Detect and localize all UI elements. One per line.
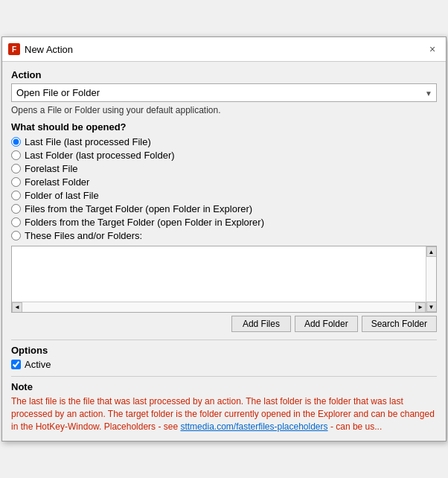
options-section-label: Options [11,345,437,356]
add-files-button[interactable]: Add Files [231,316,291,332]
radio-item-4[interactable]: Forelast Folder [11,176,437,188]
files-folders-textarea[interactable] [12,246,426,302]
dialog-title: New Action [25,44,73,55]
radio-item-5[interactable]: Folder of last File [11,190,437,201]
radio-forelast-file[interactable] [11,164,21,173]
close-button[interactable]: × [425,42,440,57]
title-bar-left: F New Action [8,43,73,55]
action-section-label: Action [11,69,437,80]
scroll-track-h[interactable] [22,302,415,312]
radio-these-files[interactable] [11,231,21,240]
radio-item-6[interactable]: Files from the Target Folder (open Folde… [11,203,437,214]
radio-item-8[interactable]: These Files and/or Folders: [11,230,437,241]
note-link[interactable]: sttmedia.com/fasterfiles-placeholders [180,421,327,432]
dialog-new-action: F New Action × Action Open File or Folde… [1,36,447,441]
what-opened-label: What should be opened? [11,121,437,133]
dialog-content: Action Open File or Folder Run Program C… [2,62,446,440]
radio-forelast-folder[interactable] [11,177,21,187]
scroll-up-arrow[interactable]: ▲ [426,246,437,257]
title-bar: F New Action × [2,37,446,62]
action-buttons-row: Add Files Add Folder Search Folder [11,316,437,332]
radio-label-3: Forelast File [25,163,78,174]
radio-last-file[interactable] [11,137,21,147]
radio-label-8: These Files and/or Folders: [25,230,142,241]
note-section: Note The last file is the file that was … [11,381,437,433]
radio-group: Last File (last processed File) Last Fol… [11,136,437,241]
add-folder-button[interactable]: Add Folder [295,316,358,332]
app-icon: F [8,43,20,55]
note-text-after: - can be us... [328,421,383,432]
vertical-scrollbar[interactable]: ▲ ▼ [426,246,436,312]
scroll-left-arrow[interactable]: ◄ [12,302,22,313]
radio-label-2: Last Folder (last processed Folder) [25,150,175,161]
radio-item-3[interactable]: Forelast File [11,163,437,174]
active-label: Active [25,359,51,370]
divider-1 [11,340,437,340]
options-section: Options Active [11,345,437,370]
radio-last-folder[interactable] [11,150,21,160]
radio-label-5: Folder of last File [25,190,99,201]
horizontal-scrollbar[interactable]: ◄ ► [12,302,426,312]
scroll-track-v[interactable] [426,257,436,302]
search-folder-button[interactable]: Search Folder [362,316,437,332]
radio-folder-last-file[interactable] [11,191,21,200]
active-checkbox[interactable] [11,360,21,369]
radio-label-4: Forelast Folder [25,176,89,188]
select-wrapper: Open File or Folder Run Program Copy Fil… [11,83,437,102]
files-folders-textarea-container: ▲ ▼ ◄ ► [11,246,437,313]
radio-item-1[interactable]: Last File (last processed File) [11,136,437,147]
radio-item-2[interactable]: Last Folder (last processed Folder) [11,150,437,161]
radio-files-target[interactable] [11,204,21,214]
scroll-right-arrow[interactable]: ► [415,302,426,313]
note-section-label: Note [11,381,437,392]
active-checkbox-item[interactable]: Active [11,359,437,370]
radio-label-1: Last File (last processed File) [25,136,151,147]
radio-folders-target[interactable] [11,217,21,227]
action-dropdown-container: Open File or Folder Run Program Copy Fil… [11,83,437,102]
action-select[interactable]: Open File or Folder Run Program Copy Fil… [11,83,437,102]
action-description: Opens a File or Folder using your defaul… [11,105,437,115]
radio-label-6: Files from the Target Folder (open Folde… [25,203,252,214]
radio-item-7[interactable]: Folders from the Target Folder (open Fol… [11,217,437,228]
divider-2 [11,376,437,377]
radio-label-7: Folders from the Target Folder (open Fol… [25,217,264,228]
scroll-down-arrow[interactable]: ▼ [426,302,437,312]
note-paragraph: The last file is the file that was last … [11,395,437,433]
